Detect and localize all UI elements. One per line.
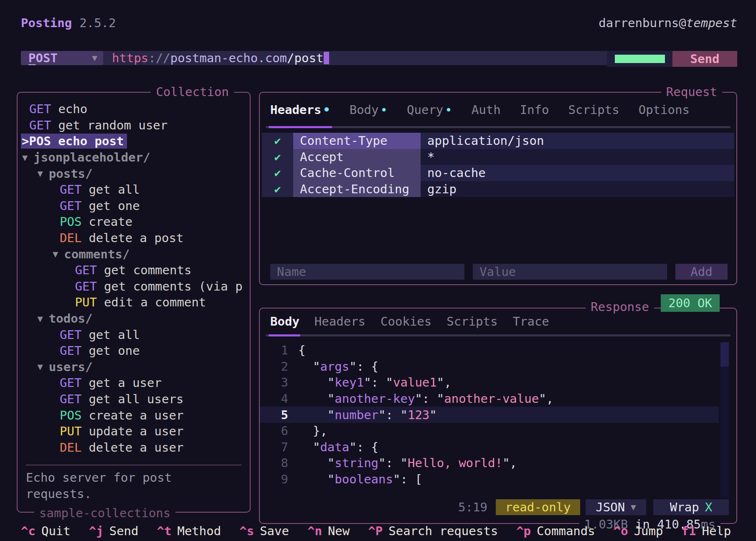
collection-request-row[interactable]: GETget comments (via p xyxy=(18,278,248,295)
format-select[interactable]: JSON ▼ xyxy=(586,499,646,515)
response-body-editor[interactable]: 1{2 "args": {3 "key1": "value1",4 "anoth… xyxy=(260,342,719,487)
header-value-input[interactable]: Value xyxy=(473,264,667,280)
collection-request-row[interactable]: GETget random user xyxy=(18,117,248,134)
method-select[interactable]: POST ▼ xyxy=(21,51,103,65)
header-value-cell[interactable]: application/json xyxy=(421,133,734,149)
scrollbar-thumb[interactable] xyxy=(720,342,729,367)
code-line[interactable]: 9 "booleans": [ xyxy=(260,471,719,488)
header-value-cell[interactable]: gzip xyxy=(421,181,734,197)
header-name-cell[interactable]: Cache-Control xyxy=(293,165,421,181)
shortcut-quit[interactable]: ^cQuit xyxy=(21,524,71,538)
folder-collapse-icon[interactable]: ▼ xyxy=(22,152,28,163)
tab-headers[interactable]: Headers xyxy=(315,314,365,329)
request-label: get comments xyxy=(104,263,192,277)
collection-folder-row[interactable]: ▼todos/ xyxy=(18,311,248,327)
tab-body[interactable]: Body xyxy=(270,314,299,329)
header-name-cell[interactable]: Content-Type xyxy=(293,133,421,149)
name-placeholder: Name xyxy=(277,265,306,279)
scrollbar[interactable] xyxy=(720,342,729,498)
collection-request-row[interactable]: PUTedit a comment xyxy=(18,294,248,311)
code-line[interactable]: 8 "string": "Hello, world!", xyxy=(260,455,719,471)
collection-panel: Collection GETechoGETget random user>POS… xyxy=(17,92,251,513)
add-header-button[interactable]: Add xyxy=(675,264,728,280)
tab-options[interactable]: Options xyxy=(639,103,690,117)
shortcut-send[interactable]: ^jSend xyxy=(89,524,139,538)
tab-label: Trace xyxy=(513,314,549,329)
collection-folder-row[interactable]: ▼posts/ xyxy=(18,165,248,182)
code-line[interactable]: 6 }, xyxy=(260,423,719,439)
collection-request-row[interactable]: GETget all xyxy=(18,326,248,343)
shortcut-method[interactable]: ^tMethod xyxy=(157,524,221,538)
wrap-label: Wrap xyxy=(670,500,699,514)
collection-folder-row[interactable]: ▼jsonplaceholder/ xyxy=(18,149,248,166)
tab-trace[interactable]: Trace xyxy=(513,314,549,329)
check-icon[interactable]: ✔ xyxy=(262,133,293,149)
code-line[interactable]: 2 "args": { xyxy=(260,359,719,375)
code-line[interactable]: 7 "data": { xyxy=(260,439,719,455)
check-icon[interactable]: ✔ xyxy=(262,181,293,197)
collection-folder-row[interactable]: ▼comments/ xyxy=(18,246,248,262)
tab-auth[interactable]: Auth xyxy=(472,103,501,117)
code-line[interactable]: 4 "another-key": "another-value", xyxy=(260,391,719,407)
header-row[interactable]: ✔Accept-Encodinggzip xyxy=(262,181,734,197)
tab-scripts[interactable]: Scripts xyxy=(568,103,619,117)
check-icon[interactable]: ✔ xyxy=(262,149,293,165)
request-panel: Request Headers•Body•Query•AuthInfoScrip… xyxy=(259,92,737,285)
response-panel: Response 200 OK BodyHeadersCookiesScript… xyxy=(259,308,737,524)
folder-collapse-icon[interactable]: ▼ xyxy=(38,362,43,372)
code-line[interactable]: 3 "key1": "value1", xyxy=(260,374,719,391)
folder-collapse-icon[interactable]: ▼ xyxy=(38,168,43,179)
code-segment: key1 xyxy=(335,375,364,389)
cursor-position: 5:19 xyxy=(458,499,487,515)
collection-request-row[interactable]: GETget a user xyxy=(18,375,248,391)
code-segment: args xyxy=(320,359,349,374)
header-row[interactable]: ✔Content-Typeapplication/json xyxy=(262,133,734,149)
send-button[interactable]: Send xyxy=(672,51,737,67)
collection-request-row[interactable]: GETget comments xyxy=(18,262,248,278)
shortcut-jump[interactable]: ^oJump xyxy=(614,524,663,538)
header-row[interactable]: ✔Cache-Controlno-cache xyxy=(262,165,734,181)
tab-scripts[interactable]: Scripts xyxy=(446,314,497,329)
collection-request-row[interactable]: GETget one xyxy=(18,343,248,359)
url-input[interactable]: https://postman-echo.com/post xyxy=(103,51,607,65)
shortcut-commands[interactable]: ^pCommands xyxy=(516,524,595,538)
collection-request-row[interactable]: POScreate a user xyxy=(18,407,248,423)
wrap-toggle[interactable]: Wrap X xyxy=(653,499,729,515)
tab-cookies[interactable]: Cookies xyxy=(381,314,431,329)
tab-body[interactable]: Body• xyxy=(350,103,388,117)
code-line[interactable]: 5 "number": "123" xyxy=(260,407,719,423)
header-name-cell[interactable]: Accept-Encoding xyxy=(293,181,421,197)
header-name-cell[interactable]: Accept xyxy=(293,149,421,165)
shortcut-help[interactable]: f1Help xyxy=(682,524,731,538)
request-label: edit a comment xyxy=(104,295,206,309)
header-value-cell[interactable]: no-cache xyxy=(421,165,734,181)
shortcut-search-requests[interactable]: ^PSearch requests xyxy=(368,524,498,538)
folder-collapse-icon[interactable]: ▼ xyxy=(38,313,43,324)
collection-request-row[interactable]: DELdelete a user xyxy=(18,439,248,455)
header-name-input[interactable]: Name xyxy=(270,264,464,280)
check-icon[interactable]: ✔ xyxy=(262,165,293,181)
tab-query[interactable]: Query• xyxy=(407,103,452,117)
collection-request-row[interactable]: POScreate xyxy=(18,214,248,230)
collection-folder-row[interactable]: ▼users/ xyxy=(18,359,248,375)
code-segment: ": " xyxy=(378,408,408,422)
tab-headers[interactable]: Headers• xyxy=(270,103,330,117)
collection-request-row[interactable]: GETget one xyxy=(18,198,248,214)
collection-request-row[interactable]: DELdelete a post xyxy=(18,230,248,246)
selected-request[interactable]: >POS echo post xyxy=(21,134,127,149)
shortcut-save[interactable]: ^sSave xyxy=(239,524,289,538)
collection-request-row[interactable]: >POS echo post xyxy=(18,133,248,149)
folder-name: posts/ xyxy=(49,167,93,181)
header-row[interactable]: ✔Accept* xyxy=(262,149,734,165)
header-value-cell[interactable]: * xyxy=(421,149,734,165)
code-segment: " xyxy=(298,472,335,486)
response-tabs: BodyHeadersCookiesScriptsTrace xyxy=(270,314,549,329)
collection-request-row[interactable]: GETecho xyxy=(18,101,248,117)
folder-collapse-icon[interactable]: ▼ xyxy=(53,249,58,259)
shortcut-new[interactable]: ^nNew xyxy=(307,524,350,538)
tab-info[interactable]: Info xyxy=(520,103,549,117)
collection-request-row[interactable]: PUTupdate a user xyxy=(18,423,248,440)
collection-request-row[interactable]: GETget all xyxy=(18,182,248,198)
collection-request-row[interactable]: GETget all users xyxy=(18,391,248,407)
code-line[interactable]: 1{ xyxy=(260,342,719,359)
